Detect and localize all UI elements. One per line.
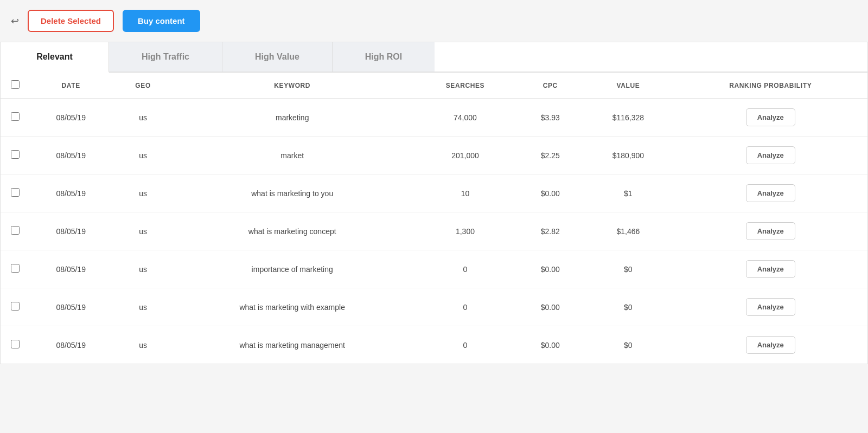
row-checkbox-cell — [1, 175, 28, 212]
row-value: $116,328 — [583, 99, 673, 137]
row-cpc: $0.00 — [518, 175, 583, 212]
row-searches: 0 — [413, 326, 518, 364]
row-checkbox-cell — [1, 288, 28, 326]
row-keyword: what is marketing concept — [172, 212, 413, 250]
row-checkbox-1[interactable] — [11, 150, 20, 159]
table-row: 08/05/19 us what is marketing to you 10 … — [1, 175, 867, 212]
row-geo: us — [114, 212, 172, 250]
row-geo: us — [114, 250, 172, 288]
row-value: $1 — [583, 175, 673, 212]
row-value: $0 — [583, 250, 673, 288]
row-cpc: $2.25 — [518, 137, 583, 175]
col-date: DATE — [28, 73, 114, 99]
row-analyze-cell: Analyze — [674, 137, 868, 175]
row-cpc: $3.93 — [518, 99, 583, 137]
row-searches: 201,000 — [413, 137, 518, 175]
row-checkbox-cell — [1, 250, 28, 288]
analyze-button-3[interactable]: Analyze — [746, 222, 795, 240]
row-searches: 0 — [413, 250, 518, 288]
tab-high-roi[interactable]: High ROI — [333, 42, 435, 72]
tab-high-traffic[interactable]: High Traffic — [109, 42, 222, 72]
table-row: 08/05/19 us marketing 74,000 $3.93 $116,… — [1, 99, 867, 137]
tab-high-value[interactable]: High Value — [222, 42, 333, 72]
analyze-button-2[interactable]: Analyze — [746, 184, 795, 202]
row-keyword: importance of marketing — [172, 250, 413, 288]
row-geo: us — [114, 326, 172, 364]
row-cpc: $0.00 — [518, 250, 583, 288]
row-cpc: $2.82 — [518, 212, 583, 250]
row-date: 08/05/19 — [28, 137, 114, 175]
delete-selected-button[interactable]: Delete Selected — [28, 10, 114, 32]
col-cpc: CPC — [518, 73, 583, 99]
row-checkbox-0[interactable] — [11, 112, 20, 121]
row-checkbox-cell — [1, 212, 28, 250]
row-date: 08/05/19 — [28, 250, 114, 288]
table-row: 08/05/19 us what is marketing management… — [1, 326, 867, 364]
row-checkbox-2[interactable] — [11, 188, 20, 197]
select-all-checkbox[interactable] — [11, 80, 20, 89]
table-row: 08/05/19 us what is marketing concept 1,… — [1, 212, 867, 250]
col-geo: GEO — [114, 73, 172, 99]
row-value: $180,900 — [583, 137, 673, 175]
row-keyword: what is marketing to you — [172, 175, 413, 212]
table-row: 08/05/19 us market 201,000 $2.25 $180,90… — [1, 137, 867, 175]
col-ranking-probability: RANKING PROBABILITY — [674, 73, 868, 99]
row-geo: us — [114, 288, 172, 326]
tab-relevant[interactable]: Relevant — [1, 42, 109, 73]
row-analyze-cell: Analyze — [674, 288, 868, 326]
col-searches: SEARCHES — [413, 73, 518, 99]
row-cpc: $0.00 — [518, 288, 583, 326]
row-value: $0 — [583, 288, 673, 326]
back-icon[interactable]: ↩ — [11, 15, 19, 27]
row-value: $1,466 — [583, 212, 673, 250]
row-checkbox-6[interactable] — [11, 340, 20, 348]
table-row: 08/05/19 us what is marketing with examp… — [1, 288, 867, 326]
row-geo: us — [114, 99, 172, 137]
row-keyword: what is marketing management — [172, 326, 413, 364]
row-date: 08/05/19 — [28, 326, 114, 364]
col-keyword: KEYWORD — [172, 73, 413, 99]
row-date: 08/05/19 — [28, 175, 114, 212]
row-analyze-cell: Analyze — [674, 212, 868, 250]
col-value: VALUE — [583, 73, 673, 99]
row-analyze-cell: Analyze — [674, 250, 868, 288]
row-geo: us — [114, 137, 172, 175]
main-container: Relevant High Traffic High Value High RO… — [0, 42, 868, 364]
row-value: $0 — [583, 326, 673, 364]
row-analyze-cell: Analyze — [674, 326, 868, 364]
keyword-table: DATE GEO KEYWORD SEARCHES CPC VALUE RANK… — [1, 73, 867, 364]
row-analyze-cell: Analyze — [674, 175, 868, 212]
row-date: 08/05/19 — [28, 99, 114, 137]
row-geo: us — [114, 175, 172, 212]
row-date: 08/05/19 — [28, 212, 114, 250]
select-all-header — [1, 73, 28, 99]
top-bar: ↩ Delete Selected Buy content — [0, 0, 868, 42]
row-checkbox-cell — [1, 326, 28, 364]
analyze-button-0[interactable]: Analyze — [746, 108, 795, 126]
row-searches: 74,000 — [413, 99, 518, 137]
row-checkbox-5[interactable] — [11, 302, 20, 311]
row-searches: 10 — [413, 175, 518, 212]
analyze-button-5[interactable]: Analyze — [746, 298, 795, 316]
row-searches: 0 — [413, 288, 518, 326]
row-checkbox-3[interactable] — [11, 226, 20, 235]
row-checkbox-4[interactable] — [11, 264, 20, 273]
row-keyword: market — [172, 137, 413, 175]
row-keyword: what is marketing with example — [172, 288, 413, 326]
analyze-button-6[interactable]: Analyze — [746, 336, 795, 354]
row-keyword: marketing — [172, 99, 413, 137]
row-cpc: $0.00 — [518, 326, 583, 364]
row-checkbox-cell — [1, 99, 28, 137]
row-checkbox-cell — [1, 137, 28, 175]
analyze-button-1[interactable]: Analyze — [746, 146, 795, 164]
tabs: Relevant High Traffic High Value High RO… — [1, 42, 867, 73]
table-row: 08/05/19 us importance of marketing 0 $0… — [1, 250, 867, 288]
row-searches: 1,300 — [413, 212, 518, 250]
buy-content-button[interactable]: Buy content — [123, 10, 200, 32]
row-date: 08/05/19 — [28, 288, 114, 326]
row-analyze-cell: Analyze — [674, 99, 868, 137]
analyze-button-4[interactable]: Analyze — [746, 260, 795, 278]
